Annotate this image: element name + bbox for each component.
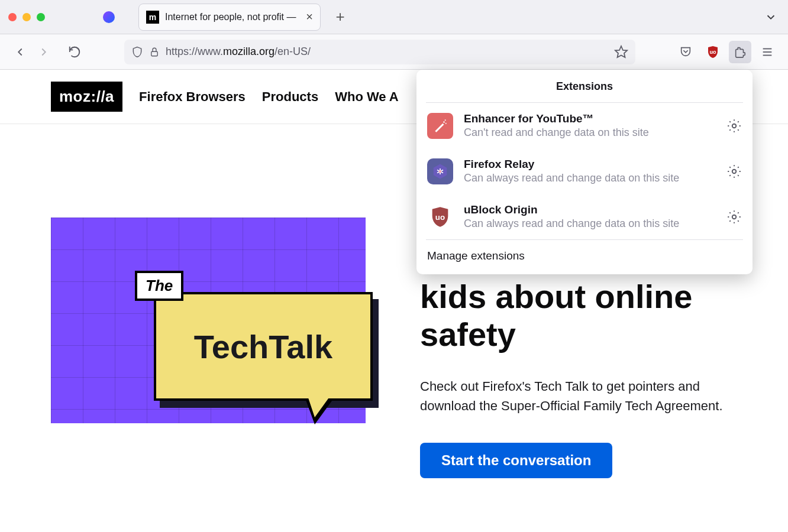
firefox-relay-icon xyxy=(427,158,453,184)
tracking-protection-icon[interactable] xyxy=(131,46,143,59)
ublock-origin-icon: uo xyxy=(427,204,453,230)
page-content: moz://a Firefox Browsers Products Who We… xyxy=(0,70,788,532)
back-button[interactable] xyxy=(9,41,31,63)
site-security-icons xyxy=(131,46,160,59)
extension-status: Can't read and change data on this site xyxy=(464,126,716,139)
tab-close-button[interactable]: × xyxy=(306,10,313,24)
ublock-toolbar-button[interactable]: uo xyxy=(702,41,724,63)
extension-item[interactable]: Enhancer for YouTube™ Can't read and cha… xyxy=(416,103,753,148)
svg-point-15 xyxy=(732,169,737,173)
svg-text:uo: uo xyxy=(710,49,716,55)
lock-icon[interactable] xyxy=(149,46,160,58)
svg-point-17 xyxy=(732,215,737,219)
gear-icon[interactable] xyxy=(726,164,742,179)
window-controls xyxy=(8,13,45,21)
extension-status: Can always read and change data on this … xyxy=(464,172,716,184)
svg-rect-0 xyxy=(151,51,158,56)
window-tab-strip: m Internet for people, not profit — × + xyxy=(0,0,788,34)
forward-button[interactable] xyxy=(33,41,54,63)
nav-firefox-browsers[interactable]: Firefox Browsers xyxy=(139,89,246,105)
bookmark-star-icon[interactable] xyxy=(614,45,628,59)
extension-status: Can always read and change data on this … xyxy=(464,218,716,230)
new-tab-button[interactable]: + xyxy=(332,9,348,25)
extensions-popup: Extensions Enhancer for YouTube™ Can't r… xyxy=(416,70,753,274)
enhancer-youtube-icon xyxy=(427,113,453,139)
nav-who-we-are[interactable]: Who We A xyxy=(335,89,399,105)
hero-heading: kids about online safety xyxy=(420,278,753,354)
browser-toolbar: https://www.mozilla.org/en-US/ uo xyxy=(0,34,788,70)
extensions-button[interactable] xyxy=(729,41,751,63)
svg-point-7 xyxy=(445,119,446,121)
extension-name: Firefox Relay xyxy=(464,158,716,171)
mozilla-logo[interactable]: moz://a xyxy=(51,82,122,112)
hero-tag: The xyxy=(135,271,183,301)
window-minimize-button[interactable] xyxy=(22,13,31,21)
extension-item[interactable]: uo uBlock Origin Can always read and cha… xyxy=(416,194,753,239)
gear-icon[interactable] xyxy=(726,209,742,225)
browser-tab[interactable]: m Internet for people, not profit — × xyxy=(138,4,321,31)
extension-item[interactable]: Firefox Relay Can always read and change… xyxy=(416,148,753,194)
svg-point-9 xyxy=(732,124,737,128)
nav-products[interactable]: Products xyxy=(262,89,318,105)
extension-name: uBlock Origin xyxy=(464,203,716,216)
pocket-button[interactable] xyxy=(674,41,697,63)
window-maximize-button[interactable] xyxy=(37,13,45,21)
cta-button[interactable]: Start the conversation xyxy=(420,443,612,478)
extensions-popup-title: Extensions xyxy=(416,70,753,102)
svg-point-8 xyxy=(445,122,447,124)
hero-bubble-text: TechTalk xyxy=(194,327,332,366)
tabs-dropdown-button[interactable] xyxy=(764,11,777,24)
gear-icon[interactable] xyxy=(726,118,742,134)
address-bar[interactable]: https://www.mozilla.org/en-US/ xyxy=(124,40,635,64)
app-menu-button[interactable] xyxy=(756,41,779,63)
tab-favicon: m xyxy=(146,11,159,24)
reload-button[interactable] xyxy=(64,41,85,63)
manage-extensions-link[interactable]: Manage extensions xyxy=(416,240,753,274)
svg-marker-1 xyxy=(615,46,627,57)
tab-title: Internet for people, not profit — xyxy=(165,12,300,22)
svg-point-6 xyxy=(443,121,445,123)
extension-name: Enhancer for YouTube™ xyxy=(464,112,716,125)
hero-body: Check out Firefox's Tech Talk to get poi… xyxy=(420,377,734,416)
svg-point-14 xyxy=(439,170,441,173)
svg-text:uo: uo xyxy=(435,213,445,222)
firefox-home-indicator[interactable] xyxy=(103,11,115,23)
hero-graphic: TechTalk The xyxy=(51,218,366,423)
window-close-button[interactable] xyxy=(8,13,17,21)
url-text: https://www.mozilla.org/en-US/ xyxy=(166,46,608,58)
